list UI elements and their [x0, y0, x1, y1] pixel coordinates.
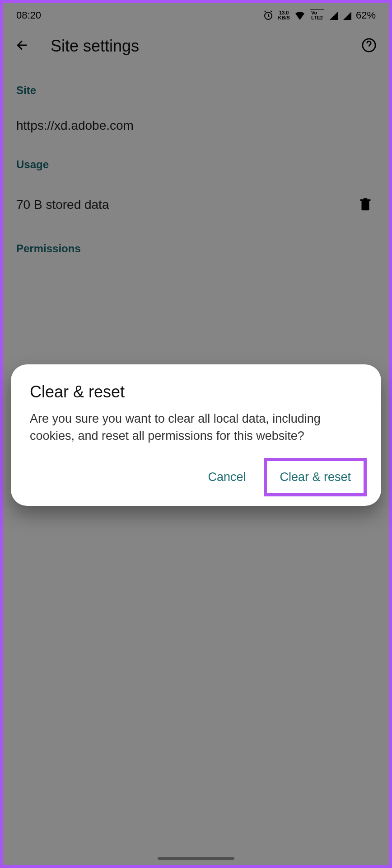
- dialog-title: Clear & reset: [30, 382, 362, 401]
- clear-reset-button[interactable]: Clear & reset: [271, 464, 359, 491]
- cancel-button[interactable]: Cancel: [200, 464, 254, 491]
- dialog-actions: Cancel Clear & reset: [30, 461, 362, 493]
- dialog-body: Are you sure you want to clear all local…: [30, 410, 362, 445]
- confirm-highlight: Clear & reset: [264, 458, 367, 496]
- modal-overlay[interactable]: Clear & reset Are you sure you want to c…: [3, 3, 389, 865]
- clear-reset-dialog: Clear & reset Are you sure you want to c…: [11, 364, 381, 506]
